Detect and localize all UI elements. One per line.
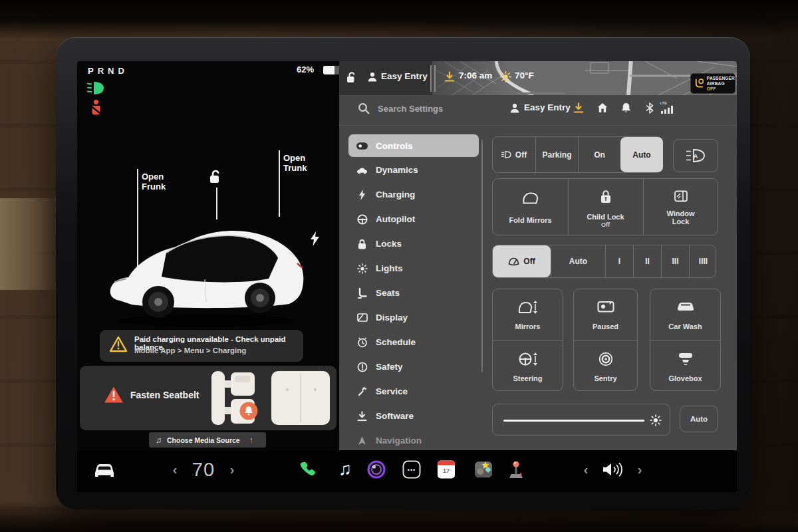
software-update-icon[interactable] [444,71,455,82]
airbag-line1: PASSENGER [707,76,735,81]
wipers-auto-segment[interactable]: Auto [551,245,605,277]
sidebar-item-label: Charging [376,190,415,200]
airbag-line2: AIRBAG [707,81,725,86]
wipers-segmented-control: Off Auto I II III IIII [492,245,716,278]
gear-indicator: PRND [88,65,128,76]
profile-name[interactable]: Easy Entry [524,102,571,112]
sidebar-item-label: Seats [376,288,400,298]
battery-percent: 62% [297,65,314,74]
app-orb-icon[interactable] [367,460,386,479]
navigation-arrow-icon [356,435,368,446]
wipers-speed4-segment[interactable]: IIII [689,245,717,277]
sidebar-item-label: Autopilot [376,214,415,224]
auto-highbeam-button[interactable]: A [673,139,718,172]
app-launcher-icon[interactable]: ••• [403,461,421,479]
notifications-bell-icon[interactable] [621,102,631,113]
calendar-icon[interactable]: 17 [438,461,455,479]
sidebar-item-seats[interactable]: Seats [348,281,479,305]
temp-down-chevron[interactable]: ‹ [173,462,178,477]
panel-drag-handle[interactable] [516,92,565,94]
sidebar-item-schedule[interactable]: Schedule [348,330,479,354]
mirrors-button[interactable]: Mirrors [493,289,563,340]
grid-column-1: Mirrors Steering [492,289,563,391]
car-icon [356,164,368,176]
lights-off-segment[interactable]: Off [493,137,535,172]
volume-down-chevron[interactable]: ‹ [584,462,589,477]
steering-adjust-icon [518,352,538,366]
media-source-bar[interactable]: ♫ Choose Media Source ↑ [149,432,266,448]
fold-mirrors-button[interactable]: Fold Mirrors [493,179,568,235]
unlocked-status-icon[interactable] [346,71,358,84]
sidebar-item-autopilot[interactable]: Autopilot [348,207,479,231]
light-icon [356,263,368,274]
sidebar-item-controls[interactable]: Controls [348,134,479,157]
volume-up-chevron[interactable]: › [638,462,642,477]
segment-label: Parking [542,150,571,160]
phone-icon[interactable] [299,461,317,479]
sidebar-item-service[interactable]: Service [348,379,479,404]
temp-up-chevron[interactable]: › [230,462,235,477]
sidebar-item-label: Locks [376,239,402,249]
charging-alert[interactable]: Paid charging unavailable - Check unpaid… [100,330,303,362]
grid-column-2: Paused Sentry [573,289,638,391]
display-icon [356,312,368,323]
bluetooth-icon[interactable] [646,102,654,114]
window-lock-button[interactable]: Window Lock [643,179,718,235]
wipers-off-segment[interactable]: Off [493,245,551,277]
search-input[interactable]: Search Settings [378,104,443,114]
wipers-speed1-segment[interactable]: I [605,245,633,277]
wood-shelf [0,198,61,290]
sidebar-item-locks[interactable]: Locks [348,231,479,256]
glovebox-button[interactable]: Glovebox [650,341,720,392]
sidebar-item-display[interactable]: Display [348,305,479,330]
lights-on-segment[interactable]: On [578,137,620,172]
sidebar-item-lights[interactable]: Lights [348,256,479,281]
seatbelt-alert-panel[interactable]: Fasten Seatbelt [80,366,336,430]
headlights-indicator-icon [86,81,105,95]
wipers-speed2-segment[interactable]: II [633,245,661,277]
sidebar-item-navigation[interactable]: Navigation [348,428,479,453]
vehicle-render[interactable] [105,213,313,334]
clock: 7:06 am [459,70,492,80]
volume-speaker-icon[interactable] [602,461,624,478]
child-lock-button[interactable]: Child Lock Off [568,179,643,235]
steering-button[interactable]: Steering [493,341,563,392]
alert-circle-icon [356,361,368,372]
segment-label: IIII [699,257,708,266]
auto-highbeam-icon: A [685,148,706,163]
brightness-auto-button[interactable]: Auto [680,406,718,432]
dock-car-controls-icon[interactable] [92,462,117,479]
car-wash-button[interactable]: Car Wash [650,289,720,340]
status-profile-name[interactable]: Easy Entry [381,71,428,81]
sidebar-item-software[interactable]: Software [348,404,479,428]
lights-parking-segment[interactable]: Parking [535,137,578,172]
sidebar-item-dynamics[interactable]: Dynamics [348,158,479,182]
sidebar-scrollbar[interactable] [481,140,483,372]
toybox-icon[interactable] [474,460,493,479]
airbag-status: OFF [707,86,716,91]
brightness-slider[interactable] [503,420,644,422]
download-icon[interactable] [573,102,584,114]
sidebar-item-safety[interactable]: Safety [348,354,479,379]
cabin-temperature[interactable]: 70 [192,459,215,481]
wipers-speed3-segment[interactable]: III [661,245,689,277]
controls-icon [356,140,368,152]
search-icon [358,102,370,115]
strip-divider-2 [434,65,436,92]
child-lock-icon [600,190,611,203]
media-music-icon[interactable]: ♫ [338,459,352,479]
calendar-day: 17 [438,467,455,474]
dashcam-paused-button[interactable]: Paused [574,289,637,340]
sidebar-item-charging[interactable]: Charging [348,182,479,207]
lights-auto-segment[interactable]: Auto [620,137,663,172]
segment-label: I [618,257,620,266]
sentry-button[interactable]: Sentry [574,341,637,392]
arcade-joystick-icon[interactable] [507,460,525,479]
seat-icon [356,287,368,299]
up-arrow-icon[interactable]: ↑ [249,436,253,445]
battery-icon [323,66,341,74]
homelink-icon[interactable] [597,102,608,113]
seatbelt-warning-icon [88,99,104,116]
segment-label: III [672,257,678,266]
sidebar-item-label: Navigation [376,436,422,446]
